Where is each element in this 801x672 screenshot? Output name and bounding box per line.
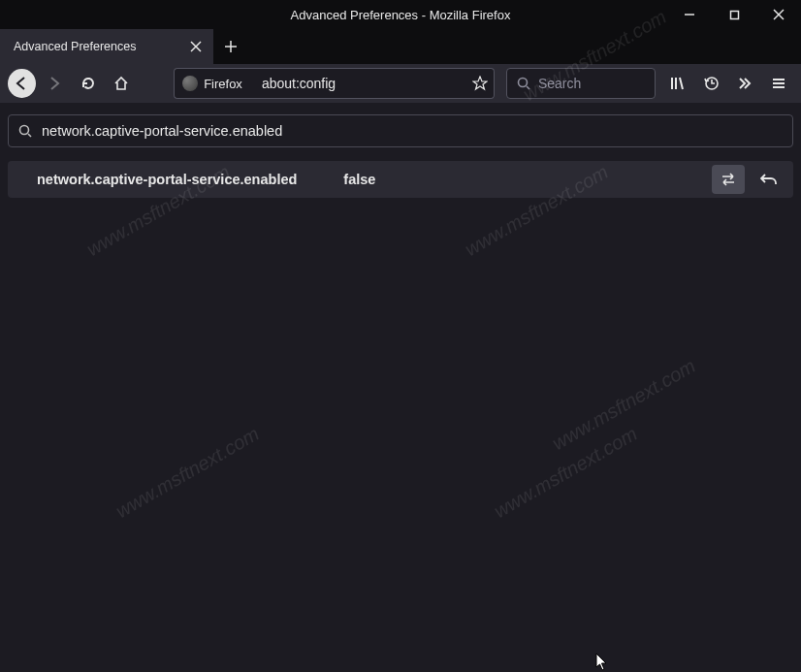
new-tab-button[interactable] (213, 29, 248, 64)
app-menu-button[interactable] (763, 68, 793, 99)
history-icon (704, 76, 720, 91)
chevron-double-right-icon (737, 76, 753, 91)
pref-toggle-button[interactable] (712, 165, 745, 194)
watermark-text: www.msftnext.com (548, 355, 699, 455)
library-icon (670, 76, 686, 91)
url-text: about:config (262, 76, 466, 91)
history-button[interactable] (696, 68, 726, 99)
url-bar[interactable]: about:config (252, 68, 495, 99)
back-button[interactable] (8, 69, 36, 98)
identity-label: Firefox (204, 77, 242, 91)
svg-line-18 (28, 134, 31, 137)
bookmark-button[interactable] (472, 76, 488, 91)
firefox-logo-icon (182, 76, 198, 91)
pref-name: network.captive-portal-service.enabled (37, 172, 297, 187)
search-icon (18, 124, 32, 138)
navigation-toolbar: Firefox about:config Search (0, 64, 801, 103)
undo-icon (760, 172, 778, 187)
tab-label: Advanced Preferences (14, 40, 184, 53)
window-minimize-button[interactable] (667, 0, 712, 29)
home-button[interactable] (107, 68, 137, 99)
hamburger-icon (771, 76, 786, 91)
pref-search-input[interactable]: network.captive-portal-service.enabled (8, 114, 793, 147)
pref-reset-button[interactable] (753, 165, 785, 194)
close-icon (773, 9, 785, 20)
search-bar[interactable]: Search (506, 68, 656, 99)
svg-point-8 (518, 79, 527, 87)
tab-advanced-preferences[interactable]: Advanced Preferences (0, 29, 213, 64)
svg-rect-1 (730, 11, 738, 18)
window-title: Advanced Preferences - Mozilla Firefox (291, 8, 511, 22)
pref-search-value: network.captive-portal-service.enabled (42, 123, 282, 139)
window-close-button[interactable] (756, 0, 801, 29)
search-icon (517, 77, 530, 90)
star-icon (472, 76, 488, 91)
page-content: network.captive-portal-service.enabled n… (0, 103, 801, 672)
home-icon (113, 76, 129, 91)
svg-line-12 (680, 78, 683, 89)
watermark-text: www.msftnext.com (490, 423, 641, 523)
forward-button[interactable] (40, 68, 70, 99)
toggle-arrows-icon (720, 173, 737, 186)
window-titlebar: Advanced Preferences - Mozilla Firefox (0, 0, 801, 29)
window-maximize-button[interactable] (712, 0, 756, 29)
arrow-left-icon (14, 76, 29, 91)
svg-line-9 (527, 86, 529, 89)
arrow-right-icon (47, 76, 62, 91)
urlbar-container: Firefox about:config (174, 68, 495, 99)
overflow-menu-button[interactable] (730, 68, 760, 99)
plus-icon (224, 40, 238, 53)
search-placeholder: Search (538, 76, 581, 91)
reload-button[interactable] (73, 68, 103, 99)
tabstrip: Advanced Preferences (0, 29, 801, 64)
window-controls (667, 0, 801, 29)
minimize-icon (684, 9, 695, 20)
pref-row: network.captive-portal-service.enabled f… (8, 161, 793, 198)
pref-value: false (343, 172, 712, 187)
reload-icon (80, 76, 96, 91)
tab-close-button[interactable] (184, 35, 208, 58)
maximize-icon (729, 10, 740, 20)
library-button[interactable] (663, 68, 693, 99)
close-icon (190, 41, 202, 52)
identity-box[interactable]: Firefox (174, 68, 252, 99)
svg-point-17 (20, 126, 29, 135)
watermark-text: www.msftnext.com (112, 423, 263, 523)
mouse-cursor-icon (595, 653, 609, 672)
